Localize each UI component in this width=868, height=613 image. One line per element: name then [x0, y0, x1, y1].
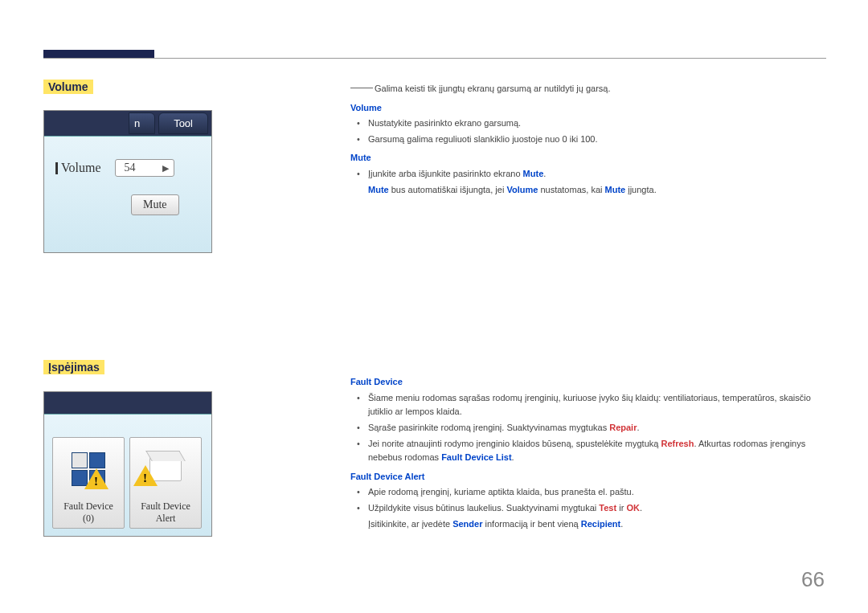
mute-bullets: Įjunkite arba išjunkite pasirinkto ekran…	[350, 167, 823, 182]
fault-device-alert-card[interactable]: Fault Device Alert	[129, 437, 202, 529]
vol-b1: Nustatykite pasirinkto ekrano garsumą.	[368, 116, 823, 131]
fault-alert-label-1: Fault Device	[141, 501, 190, 513]
top-rule	[43, 43, 826, 59]
heading-volume-wrapper: Volume	[43, 80, 93, 94]
fault-device-label-2: (0)	[83, 513, 94, 525]
mute-note: Mute bus automatiškai išjungta, jei Volu…	[350, 183, 823, 198]
fault-device-card[interactable]: Fault Device (0)	[52, 437, 125, 529]
volume-label: Volume	[55, 161, 100, 175]
tab-bar: n Tool	[44, 111, 211, 137]
volume-value: 54	[124, 161, 135, 174]
fault-alert-label-2: Alert	[156, 513, 176, 525]
volume-stepper[interactable]: 54 ▶	[115, 159, 174, 177]
heading-volume: Volume	[43, 80, 93, 94]
warning-icon	[84, 468, 108, 489]
fault-device-label-1: Fault Device	[63, 501, 113, 513]
fa-b2: Užpildykite visus būtinus laukelius. Sua…	[368, 501, 823, 516]
volume-row: Volume 54 ▶	[55, 159, 200, 177]
fd-b2: Sąraše pasirinkite rodomą įrenginį. Suak…	[368, 421, 823, 435]
mute-button[interactable]: Mute	[131, 194, 179, 215]
fault-alert-icon	[130, 438, 201, 501]
alert-panel: Fault Device (0) Fault Device Alert	[44, 415, 211, 537]
tab-n[interactable]: n	[129, 112, 155, 134]
intro-line: Galima keisti tik įjungtų ekranų garsumą…	[350, 82, 823, 96]
fa-note: Įsitikinkite, ar įvedėte Sender informac…	[350, 517, 823, 532]
subhead-volume: Volume	[350, 101, 823, 116]
subhead-fault-device: Fault Device	[350, 375, 823, 390]
subhead-mute: Mute	[350, 151, 823, 166]
volume-bullets: Nustatykite pasirinkto ekrano garsumą. G…	[350, 116, 823, 146]
mute-b1: Įjunkite arba išjunkite pasirinkto ekran…	[368, 167, 823, 182]
heading-ispejimas-wrapper: Įspėjimas	[43, 360, 104, 374]
fault-device-bullets: Šiame meniu rodomas sąrašas rodomų įreng…	[350, 391, 823, 465]
vol-b2: Garsumą galima reguliuoti slankiklio juo…	[368, 133, 823, 147]
chevron-right-icon[interactable]: ▶	[158, 163, 174, 174]
heading-ispejimas: Įspėjimas	[43, 360, 104, 374]
fd-b3: Jei norite atnaujinti rodymo įrenginio k…	[368, 437, 823, 465]
tab-tool[interactable]: Tool	[158, 112, 208, 134]
fd-b1: Šiame meniu rodomas sąrašas rodomų įreng…	[368, 391, 823, 419]
fault-device-icon	[53, 438, 124, 501]
fa-b1: Apie rodomą įrenginį, kuriame aptikta kl…	[368, 485, 823, 500]
page-number: 66	[801, 567, 825, 592]
warning-icon	[133, 465, 158, 486]
volume-screenshot: n Tool Volume 54 ▶ Mute	[43, 110, 212, 253]
content-column: Galima keisti tik įjungtų ekranų garsumą…	[350, 82, 823, 531]
alert-screenshot: Fault Device (0) Fault Device Alert	[43, 391, 212, 537]
fault-alert-bullets: Apie rodomą įrenginį, kuriame aptikta kl…	[350, 485, 823, 515]
top-accent-bar	[43, 50, 154, 58]
volume-panel: Volume 54 ▶ Mute	[44, 137, 211, 231]
alert-tab-bar	[44, 392, 211, 415]
subhead-fault-alert: Fault Device Alert	[350, 470, 823, 484]
